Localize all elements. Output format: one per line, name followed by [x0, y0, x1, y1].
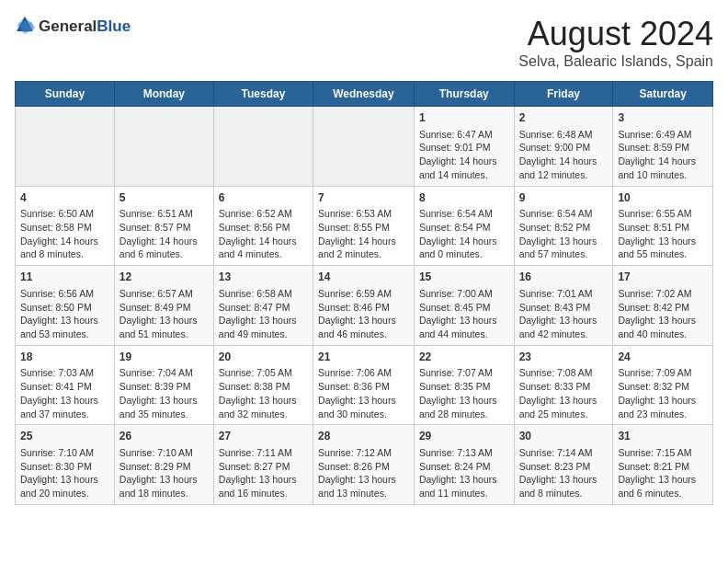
- week-row-3: 11Sunrise: 6:56 AMSunset: 8:50 PMDayligh…: [16, 266, 713, 346]
- day-number: 24: [618, 350, 708, 365]
- main-title: August 2024: [518, 15, 713, 53]
- sunset-text: Sunset: 8:52 PM: [519, 222, 591, 233]
- sunrise-text: Sunrise: 6:53 AM: [318, 208, 392, 219]
- sunrise-text: Sunrise: 6:52 AM: [219, 208, 292, 219]
- header-monday: Monday: [114, 82, 213, 107]
- sunset-text: Sunset: 8:30 PM: [20, 461, 92, 472]
- calendar-table: SundayMondayTuesdayWednesdayThursdayFrid…: [15, 81, 713, 505]
- daylight-text: Daylight: 13 hours and 8 minutes.: [519, 474, 597, 499]
- daylight-text: Daylight: 14 hours and 0 minutes.: [419, 236, 497, 260]
- day-number: 28: [318, 429, 409, 444]
- header-sunday: Sunday: [16, 82, 115, 107]
- daylight-text: Daylight: 13 hours and 11 minutes.: [419, 474, 497, 499]
- week-row-4: 18Sunrise: 7:03 AMSunset: 8:41 PMDayligh…: [16, 345, 713, 425]
- logo-icon: [15, 15, 35, 35]
- day-cell: 2Sunrise: 6:48 AMSunset: 9:00 PMDaylight…: [514, 107, 613, 187]
- sunset-text: Sunset: 8:21 PM: [618, 461, 689, 472]
- sunset-text: Sunset: 8:33 PM: [519, 381, 591, 392]
- day-cell: 4Sunrise: 6:50 AMSunset: 8:58 PMDaylight…: [16, 186, 115, 266]
- title-area: August 2024 Selva, Balearic Islands, Spa…: [518, 15, 713, 70]
- sunrise-text: Sunrise: 7:08 AM: [519, 367, 593, 378]
- day-cell: [114, 107, 213, 187]
- daylight-text: Daylight: 13 hours and 6 minutes.: [618, 474, 696, 499]
- day-number: 21: [318, 350, 409, 365]
- sunrise-text: Sunrise: 7:00 AM: [419, 288, 493, 299]
- day-cell: 24Sunrise: 7:09 AMSunset: 8:32 PMDayligh…: [613, 345, 713, 425]
- day-cell: 5Sunrise: 6:51 AMSunset: 8:57 PMDaylight…: [114, 186, 213, 266]
- daylight-text: Daylight: 13 hours and 49 minutes.: [219, 315, 297, 339]
- day-number: 13: [219, 270, 308, 285]
- sunset-text: Sunset: 8:29 PM: [119, 461, 191, 472]
- sunrise-text: Sunrise: 7:10 AM: [20, 447, 94, 458]
- sunset-text: Sunset: 9:01 PM: [419, 142, 491, 153]
- sunset-text: Sunset: 8:36 PM: [318, 381, 390, 392]
- sunset-text: Sunset: 8:56 PM: [219, 222, 290, 233]
- day-number: 25: [20, 429, 109, 444]
- sunset-text: Sunset: 8:54 PM: [419, 222, 491, 233]
- daylight-text: Daylight: 13 hours and 23 minutes.: [618, 395, 696, 419]
- day-cell: 12Sunrise: 6:57 AMSunset: 8:49 PMDayligh…: [114, 266, 213, 346]
- sunrise-text: Sunrise: 6:57 AM: [119, 288, 193, 299]
- sunrise-text: Sunrise: 6:54 AM: [419, 208, 493, 219]
- daylight-text: Daylight: 14 hours and 8 minutes.: [20, 236, 98, 260]
- day-number: 7: [318, 190, 409, 206]
- sunrise-text: Sunrise: 6:54 AM: [519, 208, 593, 219]
- sunset-text: Sunset: 9:00 PM: [519, 142, 591, 153]
- sunset-text: Sunset: 8:59 PM: [618, 142, 689, 153]
- day-number: 30: [519, 429, 609, 444]
- sunset-text: Sunset: 8:43 PM: [519, 302, 591, 313]
- day-cell: 29Sunrise: 7:13 AMSunset: 8:24 PMDayligh…: [414, 425, 514, 505]
- sunrise-text: Sunrise: 6:59 AM: [318, 288, 392, 299]
- sunrise-text: Sunrise: 7:15 AM: [618, 447, 691, 458]
- sunset-text: Sunset: 8:49 PM: [119, 302, 191, 313]
- daylight-text: Daylight: 13 hours and 46 minutes.: [318, 315, 396, 339]
- sunrise-text: Sunrise: 7:06 AM: [318, 367, 392, 378]
- day-cell: 16Sunrise: 7:01 AMSunset: 8:43 PMDayligh…: [514, 266, 613, 346]
- sunset-text: Sunset: 8:32 PM: [618, 381, 689, 392]
- sunset-text: Sunset: 8:51 PM: [618, 222, 689, 233]
- sunset-text: Sunset: 8:38 PM: [219, 381, 290, 392]
- sunrise-text: Sunrise: 7:11 AM: [219, 447, 292, 458]
- daylight-text: Daylight: 13 hours and 25 minutes.: [519, 395, 597, 419]
- sunrise-text: Sunrise: 7:07 AM: [419, 367, 493, 378]
- daylight-text: Daylight: 13 hours and 32 minutes.: [219, 395, 297, 419]
- day-cell: 14Sunrise: 6:59 AMSunset: 8:46 PMDayligh…: [313, 266, 415, 346]
- sunrise-text: Sunrise: 6:58 AM: [219, 288, 292, 299]
- day-number: 4: [20, 190, 109, 206]
- day-cell: 25Sunrise: 7:10 AMSunset: 8:30 PMDayligh…: [16, 425, 115, 505]
- sunset-text: Sunset: 8:39 PM: [119, 381, 191, 392]
- day-cell: [313, 107, 415, 187]
- day-number: 27: [219, 429, 308, 444]
- day-cell: 30Sunrise: 7:14 AMSunset: 8:23 PMDayligh…: [514, 425, 613, 505]
- day-cell: 10Sunrise: 6:55 AMSunset: 8:51 PMDayligh…: [613, 186, 713, 266]
- sunset-text: Sunset: 8:26 PM: [318, 461, 390, 472]
- day-number: 12: [119, 270, 209, 285]
- day-number: 6: [219, 190, 308, 206]
- day-cell: 22Sunrise: 7:07 AMSunset: 8:35 PMDayligh…: [414, 345, 514, 425]
- daylight-text: Daylight: 14 hours and 6 minutes.: [119, 236, 198, 260]
- day-cell: 1Sunrise: 6:47 AMSunset: 9:01 PMDaylight…: [414, 107, 514, 187]
- sunrise-text: Sunrise: 7:03 AM: [20, 367, 94, 378]
- day-cell: 15Sunrise: 7:00 AMSunset: 8:45 PMDayligh…: [414, 266, 514, 346]
- daylight-text: Daylight: 13 hours and 30 minutes.: [318, 395, 396, 419]
- header: GeneralBlue August 2024 Selva, Balearic …: [15, 15, 713, 70]
- header-tuesday: Tuesday: [213, 82, 313, 107]
- sunrise-text: Sunrise: 6:50 AM: [20, 208, 94, 219]
- day-cell: 17Sunrise: 7:02 AMSunset: 8:42 PMDayligh…: [613, 266, 713, 346]
- day-cell: [16, 107, 115, 187]
- day-cell: 27Sunrise: 7:11 AMSunset: 8:27 PMDayligh…: [213, 425, 313, 505]
- daylight-text: Daylight: 13 hours and 51 minutes.: [119, 315, 198, 339]
- day-cell: 7Sunrise: 6:53 AMSunset: 8:55 PMDaylight…: [313, 186, 415, 266]
- sunset-text: Sunset: 8:57 PM: [119, 222, 191, 233]
- sunrise-text: Sunrise: 7:12 AM: [318, 447, 392, 458]
- sunrise-text: Sunrise: 6:56 AM: [20, 288, 94, 299]
- daylight-text: Daylight: 13 hours and 42 minutes.: [519, 315, 597, 339]
- day-number: 9: [519, 190, 609, 206]
- day-number: 31: [618, 429, 708, 444]
- day-number: 19: [119, 350, 209, 365]
- logo-general: GeneralBlue: [39, 17, 131, 36]
- daylight-text: Daylight: 13 hours and 18 minutes.: [119, 474, 198, 499]
- day-cell: 23Sunrise: 7:08 AMSunset: 8:33 PMDayligh…: [514, 345, 613, 425]
- daylight-text: Daylight: 13 hours and 13 minutes.: [318, 474, 396, 499]
- sunrise-text: Sunrise: 7:10 AM: [119, 447, 193, 458]
